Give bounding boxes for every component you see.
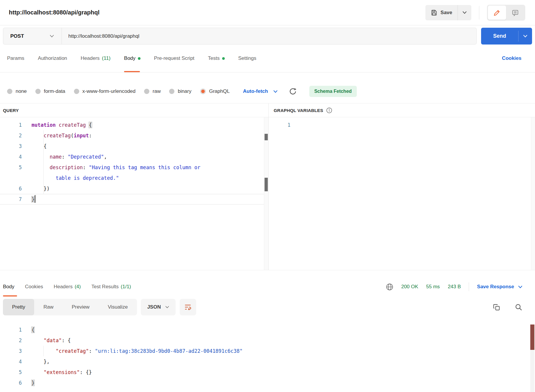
response-tab-test-results[interactable]: Test Results(1/1) [91, 277, 131, 297]
method-label: POST [10, 33, 24, 39]
save-response-button[interactable]: Save Response [477, 284, 522, 290]
line-number: 1 [0, 325, 22, 335]
mode-form-data[interactable]: form-data [35, 88, 65, 94]
body-mode-row: none form-data x-www-form-urlencoded raw… [0, 73, 535, 103]
chevron-down-icon [165, 306, 169, 308]
line-number: 3 [0, 346, 22, 356]
mode-graphql[interactable]: GraphQL [200, 88, 230, 94]
status-badge: 200 OK [401, 284, 418, 290]
wrap-text-button[interactable] [180, 299, 196, 315]
tab-tests[interactable]: Tests [208, 45, 225, 72]
response-headers-count: (4) [75, 284, 81, 290]
response-tab-headers[interactable]: Headers(4) [54, 277, 81, 297]
headers-count: (11) [102, 55, 110, 61]
variables-panel-header: GRAPHQL VARIABLES [269, 103, 535, 117]
send-button[interactable]: Send [481, 28, 518, 45]
tab-pre-request-script[interactable]: Pre-request Script [154, 45, 194, 72]
line-number: 1 [0, 120, 22, 130]
chevron-down-icon [463, 11, 467, 14]
refresh-icon [289, 88, 297, 95]
copy-icon [493, 304, 500, 311]
send-dropdown-button[interactable] [519, 28, 532, 45]
tab-settings[interactable]: Settings [238, 45, 256, 72]
request-title: http://localhost:8080/api/graphql [9, 9, 425, 16]
wrap-text-icon [184, 304, 191, 311]
query-panel-header: QUERY [0, 103, 268, 117]
request-builder: POST http://localhost:8080/api/graphql S… [3, 28, 532, 45]
code-line: 6} [0, 378, 535, 388]
comments-button[interactable] [506, 6, 524, 20]
method-select[interactable]: POST [3, 28, 62, 44]
query-label: QUERY [3, 108, 19, 113]
copy-button[interactable] [493, 304, 500, 311]
line-number: 4 [0, 356, 22, 367]
format-select[interactable]: JSON [141, 299, 176, 315]
query-panel: QUERY 1mutation createTag {2 createTag(i… [0, 103, 269, 270]
refresh-schema-button[interactable] [289, 88, 297, 95]
query-scrollbar[interactable] [264, 117, 268, 270]
view-pretty[interactable]: Pretty [3, 299, 34, 315]
variables-editor[interactable]: 1 [269, 117, 535, 270]
mode-binary[interactable]: binary [169, 88, 191, 94]
scrollbar-mark [265, 134, 268, 140]
tab-params[interactable]: Params [7, 45, 24, 72]
query-editor[interactable]: 1mutation createTag {2 createTag(input:3… [0, 117, 268, 270]
chevron-down-icon [523, 35, 527, 37]
mode-raw[interactable]: raw [144, 88, 161, 94]
variables-scrollbar[interactable] [531, 117, 535, 270]
code-line: 6 }) [0, 183, 268, 194]
scrollbar-thumb[interactable] [530, 325, 534, 350]
variables-panel: GRAPHQL VARIABLES 1 [269, 103, 535, 270]
code-line: 4 name: "Deprecated", [0, 151, 268, 162]
view-raw[interactable]: Raw [34, 299, 62, 315]
save-dropdown-button[interactable] [458, 5, 471, 20]
response-meta: 200 OK 55 ms 243 B Save Response [386, 282, 522, 291]
line-number: 6 [0, 378, 22, 388]
search-button[interactable] [515, 304, 522, 311]
response-tab-cookies[interactable]: Cookies [25, 277, 43, 297]
code-line: 2 "data": { [0, 335, 535, 346]
radio-icon [7, 89, 12, 94]
save-button[interactable]: Save [425, 5, 458, 20]
mode-x-www-form-urlencoded[interactable]: x-www-form-urlencoded [74, 88, 136, 94]
response-scrollbar[interactable] [530, 325, 534, 392]
cookies-link[interactable]: Cookies [502, 55, 521, 61]
response-section: Body Cookies Headers(4) Test Results(1/1… [0, 270, 535, 392]
url-input[interactable]: http://localhost:8080/api/graphql [62, 33, 139, 39]
code-line: 7} [0, 194, 268, 205]
tab-headers[interactable]: Headers(11) [81, 45, 110, 72]
line-number: 7 [0, 194, 22, 205]
info-icon[interactable] [326, 107, 332, 113]
code-line: 1 [269, 120, 535, 130]
view-visualize[interactable]: Visualize [99, 299, 137, 315]
line-number [0, 173, 22, 183]
code-line: 1{ [0, 325, 535, 335]
mode-none[interactable]: none [7, 88, 27, 94]
line-number: 1 [269, 120, 290, 130]
tests-modified-dot [222, 57, 225, 60]
pencil-icon [493, 9, 501, 16]
radio-icon [74, 89, 79, 94]
response-body-editor[interactable]: 1{2 "data": {3 "createTag": "urn:li:tag:… [0, 325, 535, 388]
url-bar: POST http://localhost:8080/api/graphql [3, 28, 477, 45]
auto-fetch-select[interactable]: Auto-fetch [243, 88, 278, 94]
response-tab-body[interactable]: Body [3, 277, 14, 297]
search-icon [515, 304, 522, 311]
tab-authorization[interactable]: Authorization [38, 45, 67, 72]
save-label: Save [440, 10, 452, 16]
code-line: 2 createTag(input: [0, 130, 268, 141]
view-preview[interactable]: Preview [62, 299, 98, 315]
edit-comment-toggle [487, 5, 525, 21]
save-icon [431, 9, 437, 16]
code-line: 4 }, [0, 356, 535, 367]
tab-body[interactable]: Body [124, 45, 141, 72]
code-line: 3 "createTag": "urn:li:tag:38c283bd-9bd0… [0, 346, 535, 356]
edit-button[interactable] [488, 6, 506, 20]
variables-label: GRAPHQL VARIABLES [274, 108, 323, 113]
response-size: 243 B [448, 284, 461, 290]
radio-selected-icon [200, 88, 206, 94]
app-header: http://localhost:8080/api/graphql Save [0, 0, 535, 25]
code-line: table is deprecated." [0, 173, 268, 183]
chevron-down-icon [518, 286, 522, 288]
response-view-switcher: Pretty Raw Preview Visualize [3, 299, 137, 315]
